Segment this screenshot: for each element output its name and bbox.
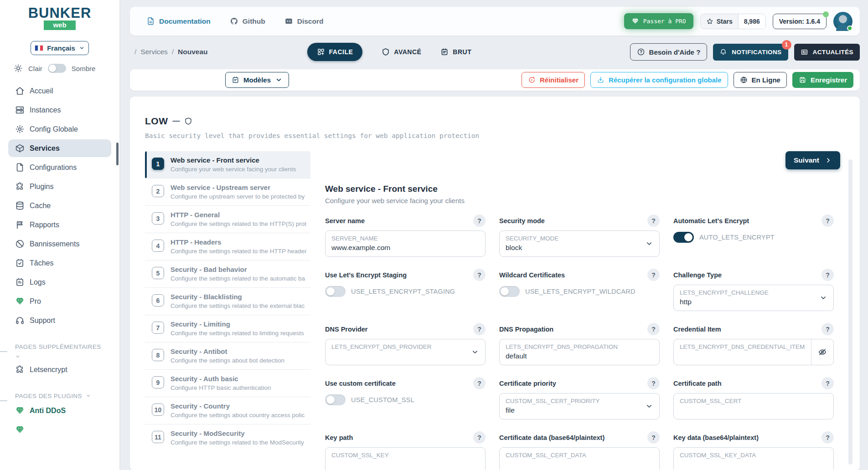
step-item[interactable]: 4HTTP - HeadersConfigure the settings re… bbox=[145, 233, 310, 260]
help-icon[interactable]: ? bbox=[473, 323, 486, 335]
news-button[interactable]: ACTUALITÉS bbox=[794, 44, 860, 61]
version-label: Version: 1.6.4 bbox=[779, 18, 820, 25]
challenge-type-select[interactable]: LETS_ENCRYPT_CHALLENGEhttp bbox=[673, 285, 834, 311]
certificate-priority-select[interactable]: CUSTOM_SSL_CERT_PRIORITYfile bbox=[499, 393, 660, 419]
step-number: 5 bbox=[152, 267, 164, 279]
tab-avance[interactable]: AVANCÉ bbox=[382, 48, 421, 56]
help-icon[interactable]: ? bbox=[647, 269, 660, 281]
field-label: Use custom certificate bbox=[325, 380, 396, 387]
sidebar-item-anti-ddos[interactable]: Anti DDoS bbox=[8, 402, 111, 419]
step-item[interactable]: 7Security - LimitingConfigure the settin… bbox=[145, 315, 310, 342]
upgrade-pro-button[interactable]: Passer à PRO bbox=[624, 13, 693, 29]
theme-toggle[interactable] bbox=[48, 64, 66, 73]
help-icon[interactable]: ? bbox=[647, 323, 660, 335]
form-scrollbar[interactable] bbox=[848, 159, 852, 465]
globe-icon bbox=[740, 76, 748, 84]
use-custom-ssl-toggle[interactable] bbox=[325, 394, 346, 405]
step-title: Web service - Front service bbox=[170, 156, 259, 164]
help-button-label: Besoin d'Aide ? bbox=[649, 48, 701, 56]
language-selector[interactable]: Français bbox=[31, 41, 89, 55]
sidebar-item-services[interactable]: Services bbox=[8, 139, 111, 157]
step-item[interactable]: 2Web service - Upstream serverConfigure … bbox=[145, 178, 310, 205]
sidebar-item-accueil[interactable]: Accueil bbox=[8, 82, 111, 100]
dns-propagation-input[interactable]: LETS_ENCRYPT_DNS_PROPAGATIONdefault bbox=[499, 339, 660, 365]
dns-provider-select[interactable]: LETS_ENCRYPT_DNS_PROVIDER bbox=[325, 339, 486, 365]
tab-brut[interactable]: BRUT bbox=[440, 48, 471, 56]
sidebar-item-configurations[interactable]: Configurations bbox=[8, 158, 111, 176]
sidebar-item-taches[interactable]: Tâches bbox=[8, 254, 111, 272]
github-stars-widget[interactable]: Stars 8,986 bbox=[700, 14, 766, 29]
tab-facile[interactable]: FACILE bbox=[307, 43, 363, 61]
sidebar-item-logs[interactable]: Logs bbox=[8, 273, 111, 291]
sidebar-item-cache[interactable]: Cache bbox=[8, 197, 111, 215]
field-certificate-priority: Certificate priority? CUSTOM_SSL_CERT_PR… bbox=[499, 377, 660, 419]
help-icon[interactable]: ? bbox=[473, 269, 486, 281]
certificate-path-input[interactable]: CUSTOM_SSL_CERT bbox=[673, 393, 834, 419]
sidebar-item-pro[interactable]: Pro bbox=[8, 292, 111, 310]
step-item[interactable]: 5Security - Bad behaviorConfigure the se… bbox=[145, 260, 310, 287]
avatar[interactable] bbox=[833, 12, 852, 31]
help-icon[interactable]: ? bbox=[822, 269, 834, 281]
fetch-global-config-button[interactable]: Récupérer la configuration globale bbox=[590, 72, 728, 88]
next-label: Suivant bbox=[794, 156, 819, 164]
field-key-data: Key data (base64/plaintext)? CUSTOM_SSL_… bbox=[673, 431, 834, 470]
help-icon[interactable]: ? bbox=[822, 377, 834, 389]
sidebar-item-rapports[interactable]: Rapports bbox=[8, 216, 111, 234]
help-icon[interactable]: ? bbox=[473, 215, 486, 227]
credential-item-input[interactable]: LETS_ENCRYPT_DNS_CREDENTIAL_ITEM bbox=[673, 339, 834, 365]
help-icon[interactable]: ? bbox=[647, 431, 660, 444]
section-pages-supplementaires[interactable]: PAGES SUPPLÉMENTAIRES bbox=[0, 343, 119, 359]
sidebar-item-config-globale[interactable]: Config Globale bbox=[8, 120, 111, 138]
step-item[interactable]: 8Security - AntibotConfigure the setting… bbox=[145, 342, 310, 369]
help-icon[interactable]: ? bbox=[822, 215, 834, 227]
sidebar-item-instances[interactable]: Instances bbox=[8, 101, 111, 119]
fetch-label: Récupérer la configuration globale bbox=[609, 76, 722, 84]
step-subtitle: Configure the settings about bot detecti… bbox=[170, 357, 284, 364]
help-icon[interactable]: ? bbox=[647, 215, 660, 227]
step-item[interactable]: 1Web service - Front serviceConfigure yo… bbox=[145, 151, 310, 178]
certificate-data-input[interactable]: CUSTOM_SSL_CERT_DATA bbox=[499, 447, 660, 470]
help-icon[interactable]: ? bbox=[473, 377, 486, 389]
key-data-input[interactable]: CUSTOM_SSL_KEY_DATA bbox=[673, 447, 834, 470]
wildcard-certificates-toggle[interactable] bbox=[499, 286, 520, 297]
step-title: Security - Auth basic bbox=[170, 375, 238, 383]
key-path-input[interactable]: CUSTOM_SSL_KEY bbox=[325, 447, 486, 470]
security-mode-select[interactable]: SECURITY_MODEblock bbox=[499, 230, 660, 257]
help-icon[interactable]: ? bbox=[822, 323, 834, 335]
auto-lets-encrypt-toggle[interactable] bbox=[673, 232, 694, 243]
discord-link[interactable]: Discord bbox=[284, 17, 324, 26]
next-step-button[interactable]: Suivant bbox=[785, 151, 840, 169]
sidebar-item-plugin-partial[interactable] bbox=[8, 421, 111, 439]
save-button[interactable]: Enregistrer bbox=[792, 72, 853, 88]
help-icon[interactable]: ? bbox=[647, 377, 660, 389]
sidebar-item-plugins[interactable]: Plugins bbox=[8, 178, 111, 195]
field-label: DNS Provider bbox=[325, 326, 367, 333]
step-item[interactable]: 6Security - BlacklistingConfigure the se… bbox=[145, 287, 310, 315]
breadcrumb-services[interactable]: Services bbox=[140, 48, 167, 56]
step-title: Security - Blacklisting bbox=[170, 293, 242, 301]
templates-dropdown[interactable]: Modèles bbox=[225, 72, 289, 88]
headphones-icon bbox=[15, 316, 25, 325]
online-button[interactable]: En Ligne bbox=[734, 72, 787, 88]
lets-encrypt-staging-toggle[interactable] bbox=[325, 286, 346, 297]
pro-button-label: Passer à PRO bbox=[643, 18, 686, 25]
field-key-path: Key path? CUSTOM_SSL_KEY bbox=[325, 431, 486, 470]
sidebar-item-bannissements[interactable]: Bannissements bbox=[8, 235, 111, 253]
toggle-visibility-button[interactable] bbox=[811, 339, 833, 365]
step-item[interactable]: 11Security - ModSecurityConfigure the se… bbox=[145, 424, 310, 451]
sidebar-item-letsencrypt[interactable]: Letsencrypt bbox=[8, 361, 111, 378]
github-link[interactable]: Github bbox=[230, 17, 265, 26]
documentation-link[interactable]: Documentation bbox=[146, 17, 211, 26]
server-name-input[interactable]: SERVER_NAMEwww.example.com bbox=[325, 230, 486, 257]
step-item[interactable]: 9Security - Auth basicConfigure HTTP bas… bbox=[145, 369, 310, 397]
section-pages-des-plugins[interactable]: PAGES DES PLUGINS bbox=[0, 392, 119, 400]
need-help-button[interactable]: Besoin d'Aide ? bbox=[630, 43, 708, 61]
reset-button[interactable]: Réinitialiser bbox=[522, 72, 585, 88]
sidebar-item-support[interactable]: Support bbox=[8, 312, 111, 329]
sidebar-scrollbar[interactable] bbox=[116, 143, 119, 165]
step-item[interactable]: 3HTTP - GeneralConfigure the settings re… bbox=[145, 205, 310, 233]
notifications-button[interactable]: NOTIFICATIONS1 bbox=[713, 44, 788, 61]
help-icon[interactable]: ? bbox=[822, 431, 834, 444]
help-icon[interactable]: ? bbox=[473, 431, 486, 444]
step-item[interactable]: 10Security - CountryConfigure the settin… bbox=[145, 397, 310, 424]
